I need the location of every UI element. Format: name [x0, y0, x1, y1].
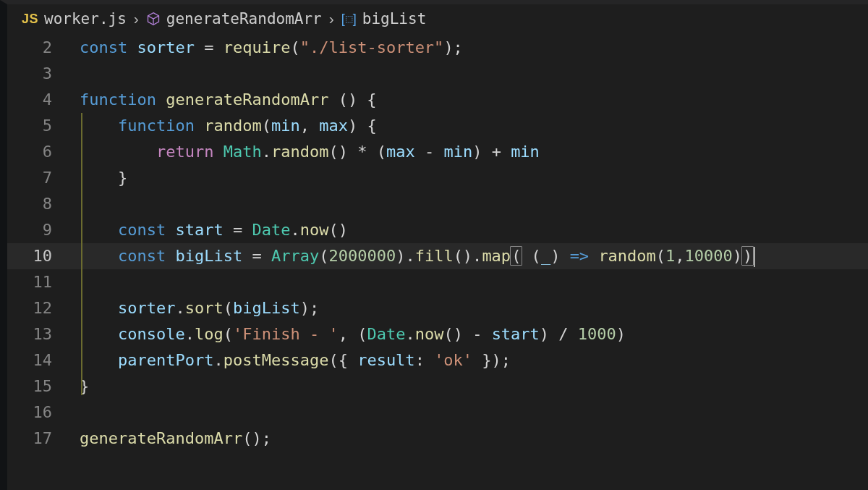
line-number[interactable]: 2	[7, 35, 65, 61]
code-line[interactable]: 4function generateRandomArr () {	[7, 87, 868, 113]
function-icon	[146, 12, 161, 26]
code-content[interactable]: return Math.random() * (max - min) + min	[65, 139, 868, 165]
code-line[interactable]: 14 parentPort.postMessage({ result: 'ok'…	[7, 347, 868, 373]
line-number[interactable]: 6	[7, 139, 65, 165]
line-number[interactable]: 5	[7, 113, 65, 139]
line-number[interactable]: 13	[7, 321, 65, 347]
code-content[interactable]: const bigList = Array(2000000).fill().ma…	[65, 243, 868, 269]
code-line[interactable]: 10 const bigList = Array(2000000).fill()…	[7, 243, 868, 269]
code-line[interactable]: 9 const start = Date.now()	[7, 217, 868, 243]
code-line[interactable]: 16	[7, 400, 868, 426]
code-content[interactable]: console.log('Finish - ', (Date.now() - s…	[65, 321, 868, 347]
code-content[interactable]: function generateRandomArr () {	[65, 87, 868, 113]
chevron-right-icon: ›	[329, 10, 334, 28]
code-content[interactable]: function random(min, max) {	[65, 113, 868, 139]
line-number[interactable]: 11	[7, 269, 65, 295]
code-line[interactable]: 12 sorter.sort(bigList);	[7, 295, 868, 321]
breadcrumb[interactable]: JS worker.js › generateRandomArr › [⬚] b…	[7, 4, 868, 35]
chevron-right-icon: ›	[134, 10, 139, 28]
code-line[interactable]: 3	[7, 61, 868, 87]
line-number[interactable]: 4	[7, 87, 65, 113]
breadcrumb-symbol-variable[interactable]: [⬚] bigList	[341, 10, 427, 28]
indent-guide	[81, 113, 82, 395]
line-number[interactable]: 16	[7, 400, 65, 426]
code-content[interactable]: const sorter = require("./list-sorter");	[65, 35, 868, 61]
code-line[interactable]: 11	[7, 269, 868, 295]
line-number[interactable]: 9	[7, 217, 65, 243]
breadcrumb-file[interactable]: worker.js	[44, 10, 127, 28]
code-line[interactable]: 7 }	[7, 165, 868, 191]
code-content[interactable]: const start = Date.now()	[65, 217, 868, 243]
code-content[interactable]: }	[65, 165, 868, 191]
code-content[interactable]: generateRandomArr();	[65, 426, 868, 452]
code-editor[interactable]: 2const sorter = require("./list-sorter")…	[7, 35, 868, 490]
code-line[interactable]: 13 console.log('Finish - ', (Date.now() …	[7, 321, 868, 347]
line-number[interactable]: 7	[7, 165, 65, 191]
js-file-icon: JS	[22, 12, 38, 27]
text-cursor	[754, 247, 755, 267]
code-line[interactable]: 17generateRandomArr();	[7, 426, 868, 452]
line-number[interactable]: 17	[7, 426, 65, 452]
code-line[interactable]: 15}	[7, 373, 868, 400]
code-content[interactable]: }	[65, 373, 868, 400]
line-number[interactable]: 15	[7, 373, 65, 400]
code-content[interactable]: parentPort.postMessage({ result: 'ok' })…	[65, 347, 868, 373]
line-number[interactable]: 3	[7, 61, 65, 87]
code-line[interactable]: 2const sorter = require("./list-sorter")…	[7, 35, 868, 61]
line-number[interactable]: 8	[7, 191, 65, 217]
code-content[interactable]: sorter.sort(bigList);	[65, 295, 868, 321]
code-line[interactable]: 6 return Math.random() * (max - min) + m…	[7, 139, 868, 165]
code-line[interactable]: 5 function random(min, max) {	[7, 113, 868, 139]
line-number[interactable]: 12	[7, 295, 65, 321]
line-number[interactable]: 14	[7, 347, 65, 373]
code-line[interactable]: 8	[7, 191, 868, 217]
breadcrumb-symbol-function[interactable]: generateRandomArr	[146, 10, 322, 28]
line-number[interactable]: 10	[7, 243, 65, 269]
variable-icon: [⬚]	[341, 12, 357, 27]
